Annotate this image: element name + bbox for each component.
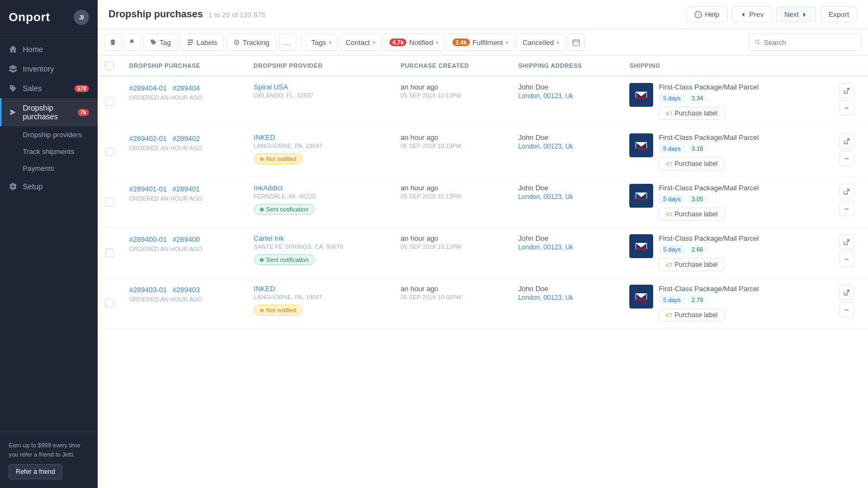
row-checkbox[interactable] — [105, 299, 114, 307]
purchase-created-date: 05 SEP 2018 10:02PM — [400, 294, 503, 300]
sidebar-item-track-shipments[interactable]: Track shipments — [0, 143, 98, 160]
more-button[interactable]: ... — [279, 34, 296, 51]
external-link-button[interactable] — [839, 83, 854, 98]
purchase-label-button[interactable]: 🏷 Purchase label — [659, 309, 724, 322]
notified-filter-button[interactable]: 4.7k Notified ▾ — [384, 34, 445, 51]
sidebar-item-dropship-providers[interactable]: Dropship providers — [0, 126, 98, 143]
refer-friend-button[interactable]: Refer a friend — [9, 464, 62, 479]
purchase-id-link[interactable]: #289404-01 — [129, 84, 167, 92]
help-button[interactable]: ? Help — [686, 7, 727, 22]
tags-filter-button[interactable]: Tags ▾ — [305, 34, 337, 51]
shipping-name: John Doe — [518, 184, 614, 192]
calendar-button[interactable] — [567, 34, 585, 51]
sidebar-item-setup[interactable]: Setup — [0, 177, 98, 196]
select-all-checkbox[interactable] — [105, 61, 114, 70]
notification-badge: Not notified — [254, 153, 303, 164]
tag-button[interactable]: Tag — [143, 34, 178, 51]
fulfilment-chevron-icon: ▾ — [506, 40, 508, 46]
external-link-button[interactable] — [839, 234, 854, 249]
shipping-price-tag: 3.05 — [687, 195, 707, 203]
labels-button[interactable]: Labels — [180, 34, 224, 51]
provider-cell: InkAddict FERNDALE, MI, 48220 Sent notif… — [246, 177, 393, 228]
purchase-label-button[interactable]: 🏷 Purchase label — [659, 107, 724, 120]
purchase-id-link[interactable]: #289403-01 — [129, 286, 167, 294]
order-time: ORDERED AN HOUR AGO — [129, 246, 239, 252]
order-id-link[interactable]: #289404 — [173, 84, 200, 92]
remove-button[interactable] — [839, 100, 854, 115]
trash-icon — [109, 38, 117, 46]
purchase-label-button[interactable]: 🏷 Purchase label — [659, 258, 724, 271]
shipping-address-cell: John Doe London, 00123, Uk — [510, 127, 622, 177]
tracking-button[interactable]: Tracking — [226, 34, 276, 51]
provider-name[interactable]: Spiral USA — [254, 83, 386, 91]
row-actions-cell — [825, 127, 868, 177]
provider-name[interactable]: Cartel Ink — [254, 234, 386, 242]
row-checkbox[interactable] — [105, 97, 114, 106]
remove-button[interactable] — [839, 302, 854, 317]
purchase-id-link[interactable]: #289402-01 — [129, 134, 167, 143]
table-row: #289401-01 #289401 ORDERED AN HOUR AGO I… — [98, 177, 868, 228]
cancelled-chevron-icon: ▾ — [557, 40, 559, 46]
minus-icon — [844, 256, 850, 262]
contact-filter-button[interactable]: Contact ▾ — [340, 34, 381, 51]
sidebar-item-home[interactable]: Home — [0, 40, 98, 59]
table-row: #289402-01 #289402 ORDERED AN HOUR AGO I… — [98, 127, 868, 177]
cancelled-filter-button[interactable]: Cancelled ▾ — [516, 34, 565, 51]
remove-button[interactable] — [839, 201, 854, 216]
usps-icon — [629, 184, 653, 208]
col-header-shipping: SHIPPING — [622, 56, 825, 76]
row-checkbox[interactable] — [105, 147, 114, 156]
shipping-price-tag: 2.79 — [687, 296, 707, 304]
usps-icon — [629, 133, 653, 157]
toolbar: Tag Labels Tracking ... Tags ▾ Contact ▾… — [98, 29, 868, 56]
flag-button[interactable] — [124, 34, 141, 51]
purchase-label-button[interactable]: 🏷 Purchase label — [659, 208, 724, 221]
external-link-button[interactable] — [839, 184, 854, 199]
app-logo: Onport — [9, 10, 50, 24]
fulfilment-filter-button[interactable]: 2.4k Fulfilment ▾ — [446, 34, 514, 51]
shipping-service: First-Class Package/Mail Parcel — [659, 285, 818, 293]
external-link-button[interactable] — [839, 285, 854, 300]
created-cell: an hour ago 05 SEP 2018 10:13PM — [393, 177, 510, 228]
usps-logo-icon — [633, 291, 649, 303]
provider-location: FERNDALE, MI, 48220 — [254, 193, 386, 200]
avatar[interactable]: JI — [74, 10, 89, 25]
row-checkbox[interactable] — [105, 248, 114, 257]
purchase-id-link[interactable]: #289400-01 — [129, 235, 167, 243]
provider-name[interactable]: INKED — [254, 133, 386, 142]
search-input[interactable] — [764, 38, 856, 47]
shipping-address-cell: John Doe London, 00123, Uk — [510, 177, 622, 228]
order-id-link[interactable]: #289401 — [173, 185, 200, 193]
prev-button[interactable]: Prev — [732, 7, 772, 22]
next-button[interactable]: Next — [776, 7, 816, 22]
provider-name[interactable]: InkAddict — [254, 184, 386, 192]
purchase-label-button[interactable]: 🏷 Purchase label — [659, 157, 724, 170]
shipping-name: John Doe — [518, 83, 614, 91]
remove-button[interactable] — [839, 252, 854, 267]
col-header-checkbox — [98, 56, 122, 76]
external-link-button[interactable] — [839, 133, 854, 149]
col-header-actions — [825, 56, 868, 76]
remove-button[interactable] — [839, 151, 854, 166]
purchase-id-link[interactable]: #289401-01 — [129, 185, 167, 193]
contact-chevron-icon: ▾ — [373, 40, 375, 46]
trash-button[interactable] — [104, 34, 122, 51]
provider-location: SANTE FE SPRINGS, CA, 90670 — [254, 243, 386, 250]
order-id-link[interactable]: #289403 — [173, 286, 200, 294]
shipping-price-tag: 3.18 — [687, 144, 707, 153]
sidebar-item-payments[interactable]: Payments — [0, 160, 98, 177]
purchase-id-cell: #289402-01 #289402 ORDERED AN HOUR AGO — [122, 127, 246, 177]
row-checkbox-cell — [98, 76, 122, 127]
export-button[interactable]: Export — [820, 7, 857, 22]
order-id-link[interactable]: #289400 — [173, 235, 200, 243]
svg-text:?: ? — [697, 13, 700, 18]
external-link-icon — [844, 239, 850, 245]
provider-name[interactable]: INKED — [254, 285, 386, 293]
order-id-link[interactable]: #289402 — [173, 134, 200, 143]
provider-location: ORLANDO, FL, 32837 — [254, 92, 386, 99]
sidebar-item-dropship-purchases[interactable]: Dropship purchases 7k — [0, 98, 98, 126]
row-actions-cell — [825, 228, 868, 278]
sidebar-item-sales[interactable]: Sales 578 — [0, 79, 98, 98]
sidebar-item-inventory[interactable]: Inventory — [0, 59, 98, 79]
row-checkbox[interactable] — [105, 198, 114, 207]
